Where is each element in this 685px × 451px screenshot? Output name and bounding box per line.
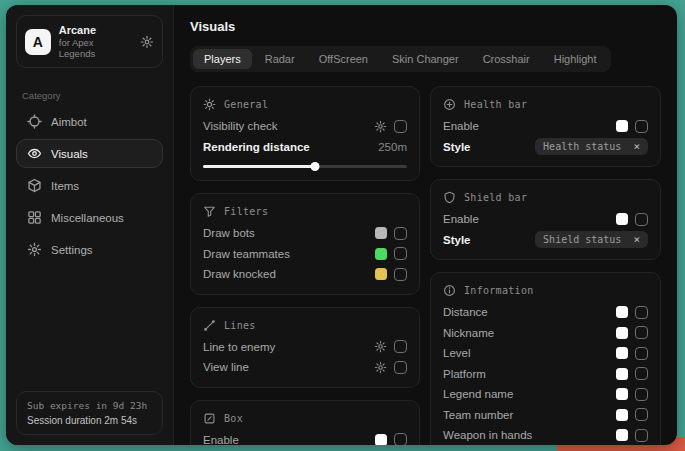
color-swatch[interactable] <box>616 409 628 421</box>
box-icon <box>203 412 216 425</box>
style-select-health-status[interactable]: Health status× <box>535 138 648 155</box>
color-swatch[interactable] <box>616 306 628 318</box>
checkbox[interactable] <box>394 120 407 133</box>
section-health-bar: Health barEnableStyleHealth status× <box>430 86 661 167</box>
slider-thumb[interactable] <box>311 162 320 171</box>
setting-label: Level <box>443 347 471 359</box>
setting-label: Enable <box>443 213 479 225</box>
checkbox[interactable] <box>394 227 407 240</box>
funnel-icon <box>203 205 216 218</box>
setting-row-enable: Enable <box>443 116 648 137</box>
sidebar-item-settings[interactable]: Settings <box>16 235 163 264</box>
app-window: A Arcane for Apex Legends Category Aimbo… <box>6 5 677 445</box>
setting-label: Enable <box>203 434 239 445</box>
rendering-distance-slider[interactable] <box>203 165 407 168</box>
crosshair-icon <box>27 114 42 129</box>
tab-skin-changer[interactable]: Skin Changer <box>381 49 470 69</box>
checkbox[interactable] <box>635 213 648 226</box>
checkbox[interactable] <box>394 268 407 281</box>
sidebar-item-label: Miscellaneous <box>51 212 124 224</box>
setting-label: Enable <box>443 120 479 132</box>
setting-label: Draw bots <box>203 227 255 239</box>
setting-label: Line to enemy <box>203 341 275 353</box>
setting-row-visibility-check: Visibility check <box>203 116 407 137</box>
setting-row-rendering-distance: Rendering distance250m <box>203 137 407 158</box>
gear-icon[interactable] <box>374 361 387 374</box>
select-clear-icon[interactable]: × <box>633 141 640 152</box>
eye-icon <box>27 146 42 161</box>
setting-label: Platform <box>443 368 486 380</box>
color-swatch[interactable] <box>375 227 387 239</box>
section-header: Filters <box>203 205 407 218</box>
tab-radar[interactable]: Radar <box>254 49 306 69</box>
gear-icon[interactable] <box>374 120 387 133</box>
setting-label: Draw teammates <box>203 248 290 260</box>
checkbox[interactable] <box>635 408 648 421</box>
app-logo-card: A Arcane for Apex Legends <box>16 15 163 68</box>
setting-row-legend-name: Legend name <box>443 384 648 405</box>
tab-highlight[interactable]: Highlight <box>543 49 608 69</box>
setting-row-distance: Distance <box>443 302 648 323</box>
sidebar-item-miscellaneous[interactable]: Miscellaneous <box>16 203 163 232</box>
checkbox[interactable] <box>635 120 648 133</box>
section-box: BoxEnableEnable background <box>190 400 420 446</box>
gear-icon[interactable] <box>140 35 154 49</box>
setting-label: Legend name <box>443 388 513 400</box>
color-swatch[interactable] <box>616 368 628 380</box>
tab-players[interactable]: Players <box>193 49 252 69</box>
checkbox[interactable] <box>394 433 407 445</box>
checkbox[interactable] <box>635 326 648 339</box>
sidebar-item-visuals[interactable]: Visuals <box>16 139 163 168</box>
setting-label: Draw knocked <box>203 268 276 280</box>
tab-offscreen[interactable]: OffScreen <box>308 49 379 69</box>
gear-icon[interactable] <box>374 340 387 353</box>
checkbox[interactable] <box>394 361 407 374</box>
color-swatch[interactable] <box>375 248 387 260</box>
checkbox[interactable] <box>635 347 648 360</box>
checkbox[interactable] <box>394 340 407 353</box>
checkbox[interactable] <box>635 388 648 401</box>
section-lines: LinesLine to enemyView line <box>190 307 420 388</box>
setting-row-style: StyleShield status× <box>443 230 648 251</box>
setting-row-enable: Enable <box>443 209 648 230</box>
section-title: General <box>224 99 268 110</box>
color-swatch[interactable] <box>616 120 628 132</box>
select-value: Shield status <box>543 234 621 245</box>
column-left: GeneralVisibility checkRendering distanc… <box>190 86 420 445</box>
sidebar-nav: AimbotVisualsItemsMiscellaneousSettings <box>16 107 163 264</box>
checkbox[interactable] <box>635 367 648 380</box>
setting-label: Style <box>443 234 471 246</box>
section-header: Information <box>443 284 648 297</box>
section-information: InformationDistanceNicknameLevelPlatform… <box>430 272 661 445</box>
color-swatch[interactable] <box>616 213 628 225</box>
setting-row-draw-teammates: Draw teammates <box>203 244 407 265</box>
color-swatch[interactable] <box>616 429 628 441</box>
sun-icon <box>203 98 216 111</box>
style-select-shield-status[interactable]: Shield status× <box>535 231 648 248</box>
color-swatch[interactable] <box>375 268 387 280</box>
checkbox[interactable] <box>635 429 648 442</box>
tab-crosshair[interactable]: Crosshair <box>472 49 541 69</box>
setting-row-level: Level <box>443 343 648 364</box>
content: GeneralVisibility checkRendering distanc… <box>190 86 661 445</box>
app-logo: A <box>25 29 51 55</box>
subscription-status-card: Sub expires in 9d 23h Session duration 2… <box>16 391 163 435</box>
section-title: Health bar <box>464 99 527 110</box>
section-shield-bar: Shield barEnableStyleShield status× <box>430 179 661 260</box>
select-clear-icon[interactable]: × <box>633 234 640 245</box>
color-swatch[interactable] <box>616 347 628 359</box>
sidebar-item-label: Aimbot <box>51 116 87 128</box>
setting-row-draw-knocked: Draw knocked <box>203 264 407 285</box>
color-swatch[interactable] <box>616 388 628 400</box>
checkbox[interactable] <box>635 306 648 319</box>
app-subtitle: for Apex Legends <box>59 37 132 59</box>
color-swatch[interactable] <box>616 327 628 339</box>
select-value: Health status <box>543 141 621 152</box>
sidebar-item-items[interactable]: Items <box>16 171 163 200</box>
setting-label: Distance <box>443 306 488 318</box>
shield-icon <box>443 191 456 204</box>
sidebar-item-aimbot[interactable]: Aimbot <box>16 107 163 136</box>
color-swatch[interactable] <box>375 434 387 445</box>
setting-label: Nickname <box>443 327 494 339</box>
checkbox[interactable] <box>394 247 407 260</box>
